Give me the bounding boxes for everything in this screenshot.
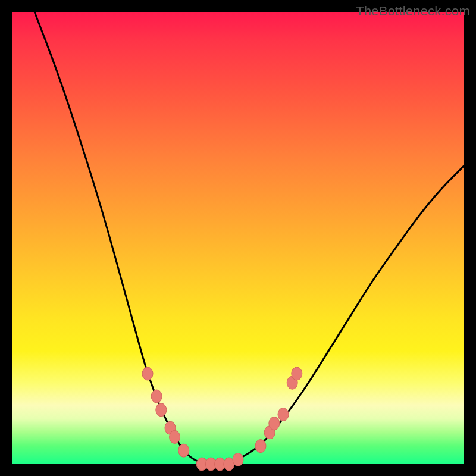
chart-svg: [12, 12, 464, 464]
chart-marker: [151, 390, 162, 403]
chart-marker: [170, 430, 180, 443]
watermark-text: TheBottleneck.com: [356, 4, 470, 19]
bottleneck-curve: [35, 12, 464, 464]
plot-area: [12, 12, 464, 464]
chart-marker: [278, 408, 289, 421]
chart-marker: [255, 440, 266, 453]
chart-marker: [292, 367, 302, 380]
chart-marker: [233, 453, 243, 466]
chart-marker: [142, 367, 153, 380]
chart-frame: TheBottleneck.com: [0, 0, 476, 476]
chart-marker: [269, 417, 280, 430]
chart-marker: [156, 403, 167, 416]
chart-marker: [178, 444, 189, 457]
